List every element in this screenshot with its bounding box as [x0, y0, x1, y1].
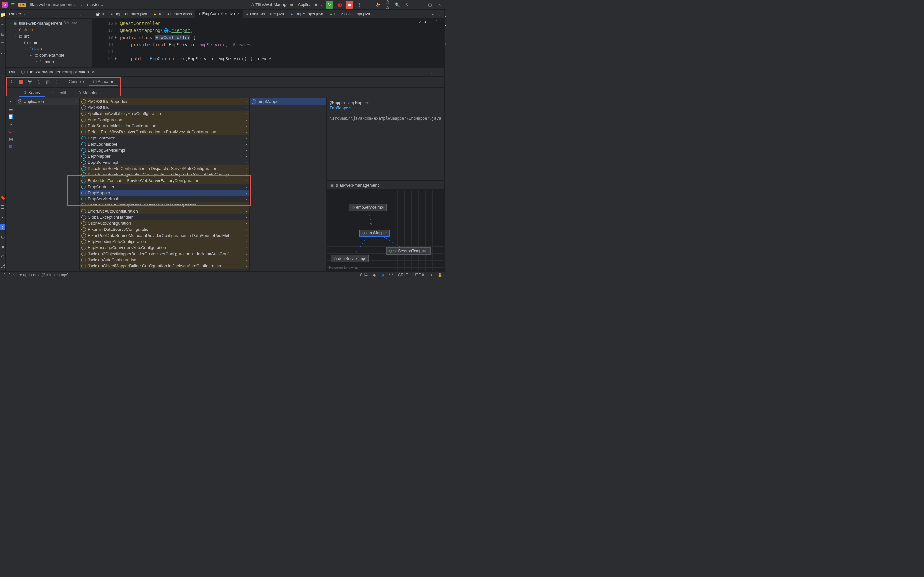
exit-icon[interactable]: ⎘: [35, 79, 43, 85]
beans-list-column[interactable]: AliOSSUtileProperties▸AliOSSUtils▸Applic…: [79, 98, 250, 271]
beans-subtab[interactable]: ⊘Beans: [19, 89, 45, 97]
editor-tab[interactable]: ●DeptController.java: [107, 10, 151, 18]
bean-row[interactable]: EmpMapper▸: [79, 190, 249, 196]
stop-icon[interactable]: [17, 79, 25, 85]
encoding[interactable]: UTF-8: [413, 273, 424, 277]
services-icon[interactable]: ⬡: [1, 235, 5, 240]
bean-row[interactable]: HikariPoolDataSourceMetadataProviderConf…: [79, 232, 249, 239]
git-icon[interactable]: ⎇: [0, 263, 5, 269]
stop-button[interactable]: ◼: [346, 1, 353, 9]
terminal-icon[interactable]: ▣: [1, 244, 5, 250]
editor-tab[interactable]: ●EmpController.java×: [195, 10, 243, 18]
run-button[interactable]: ↻: [326, 1, 333, 9]
debug-button[interactable]: 🐞: [336, 2, 343, 7]
bean-row[interactable]: Auto Configuration▸: [79, 117, 249, 123]
bean-row[interactable]: EnableWebMvcConfiguration in WebMvcAutoC…: [79, 202, 249, 208]
hide-icon[interactable]: —: [85, 11, 89, 16]
rerun-icon[interactable]: ↻: [8, 79, 16, 85]
editor-tab[interactable]: ●LoginController.java: [243, 10, 288, 18]
layout-icon[interactable]: ◫: [44, 79, 52, 85]
indent-icon[interactable]: ⇥: [429, 273, 433, 277]
gradle-icon[interactable]: ▣: [445, 51, 446, 56]
todo-icon[interactable]: ☰: [1, 205, 5, 210]
bean-row[interactable]: GlobalExceptionHandler▸: [79, 214, 249, 220]
close-button[interactable]: ✕: [435, 1, 444, 8]
vcs-icon[interactable]: ⊙: [1, 254, 5, 259]
bean-row[interactable]: AliOSSUtileProperties▸: [79, 98, 249, 105]
settings-icon[interactable]: ⚙: [403, 2, 410, 7]
tabs-more-icon[interactable]: ⋮: [438, 11, 442, 16]
more-icon[interactable]: ⋮: [78, 11, 82, 16]
endpoint-tool-icon[interactable]: ⊞: [1, 31, 5, 37]
bean-row[interactable]: DispatcherServletConfiguration in Dispat…: [79, 165, 249, 171]
bean-row[interactable]: DeptLogMapper▸: [79, 141, 249, 147]
bean-row[interactable]: Jackson2ObjectMapperBuilderCustomizerCon…: [79, 251, 249, 257]
project-name[interactable]: tilias-web-management⌄: [29, 2, 76, 7]
bean-row[interactable]: DefaultErrorViewResolverConfiguration in…: [79, 129, 249, 135]
filter-icon[interactable]: ☰: [9, 107, 13, 112]
tree-icon[interactable]: ⊞: [9, 144, 13, 149]
bean-row[interactable]: DeptMapper▸: [79, 153, 249, 159]
diagram-node[interactable]: ⬡deptServiceImpl: [331, 255, 368, 262]
status-shield-icon[interactable]: 🛡: [389, 273, 393, 277]
bean-row[interactable]: ErrorMvcAutoConfiguration▸: [79, 208, 249, 214]
maven-icon[interactable]: m: [445, 31, 446, 37]
run-config-selector[interactable]: ⬡ TiliasWebManagementApplication ⌄: [250, 2, 323, 7]
branch-name[interactable]: master⌄: [87, 2, 103, 7]
code-editor[interactable]: ✓▲3 ˄˅ 16⊘ 17 18⊘ 19 20 21⊘ @RestControl…: [92, 19, 444, 67]
status-icon[interactable]: ◆: [373, 273, 376, 277]
bean-row[interactable]: EmpServiceImpl▸: [79, 196, 249, 202]
database-icon[interactable]: ⛁: [445, 41, 446, 46]
copy-icon[interactable]: ⎘: [10, 122, 12, 127]
bean-row[interactable]: GsonAutoConfiguration▸: [79, 220, 249, 226]
selected-dependency[interactable]: ⬡empMapper: [250, 98, 326, 105]
bookmarks-icon[interactable]: 🔖: [0, 195, 5, 200]
mappings-subtab[interactable]: ⬡Mappings: [73, 89, 105, 97]
code-with-me-icon[interactable]: ⛹: [375, 2, 381, 7]
maximize-button[interactable]: ▢: [426, 1, 434, 8]
actuator-tab[interactable]: ⬡Actuator: [89, 78, 118, 86]
project-tree[interactable]: ⌄▣tilias-web-managementD:\a-my ›🗀.idea ⌄…: [6, 19, 92, 66]
vcs-branch-icon[interactable]: ⌥: [79, 2, 84, 7]
editor-tab[interactable]: ☕a: [92, 10, 107, 18]
more-icon[interactable]: ⋮: [430, 69, 434, 74]
readonly-icon[interactable]: 🔒: [438, 273, 443, 277]
bean-row[interactable]: HttpMessageConvertersAutoConfiguration▸: [79, 245, 249, 251]
ide-logo[interactable]: IJ: [2, 2, 8, 8]
bean-row[interactable]: DispatcherServletRegistrationConfigurati…: [79, 171, 249, 177]
refresh-icon[interactable]: ↻: [9, 100, 13, 105]
main-menu-icon[interactable]: ☰: [11, 2, 15, 7]
db-icon[interactable]: ▤: [9, 137, 13, 141]
search-icon[interactable]: 🔍: [394, 2, 401, 7]
bean-row[interactable]: EmpController▸: [79, 184, 249, 190]
diagram-node[interactable]: ⬡empMapper: [359, 229, 390, 237]
code-inspection-widget[interactable]: ✓▲3 ˄˅: [418, 20, 441, 24]
bean-row[interactable]: DeptController▸: [79, 135, 249, 141]
tabs-list-icon[interactable]: ⌄: [431, 11, 435, 16]
chart-icon[interactable]: 📊: [8, 114, 13, 119]
bean-row[interactable]: DeptServiceImpl▸: [79, 159, 249, 165]
beans-context-column[interactable]: ⊞application▸: [16, 98, 79, 271]
health-subtab[interactable]: 〰Health: [46, 89, 72, 97]
line-ending[interactable]: CRLF: [398, 273, 408, 277]
bean-row[interactable]: JacksonAutoConfiguration▸: [79, 257, 249, 263]
beans-dependency-column[interactable]: ⬡empMapper: [250, 98, 326, 271]
editor-tab[interactable]: ●RestController.class: [150, 10, 195, 18]
diagram-canvas[interactable]: ⬡empServiceImpl ⬡empMapper ⬡sqlSessionTe…: [326, 190, 444, 271]
minimize-button[interactable]: —: [416, 1, 425, 8]
camera-icon[interactable]: 📷: [26, 79, 34, 85]
commit-tool-icon[interactable]: ◦◦: [1, 22, 5, 27]
more-icon[interactable]: ⋮: [53, 79, 61, 85]
hide-icon[interactable]: —: [437, 69, 441, 74]
notifications-icon[interactable]: 🔔: [445, 12, 446, 17]
run-tool-icon[interactable]: ▷: [0, 224, 5, 230]
editor-tab[interactable]: ●EmpMapper.java: [288, 10, 327, 18]
bean-row[interactable]: JacksonObjectMapperBuilderConfiguration …: [79, 263, 249, 269]
structure-tool-icon[interactable]: ⬚: [1, 41, 5, 46]
bean-row[interactable]: DataSourceInitializationConfiguration▸: [79, 123, 249, 129]
code-icon[interactable]: </>: [8, 129, 14, 134]
project-tool-icon[interactable]: 📁: [0, 12, 5, 17]
status-win-icon[interactable]: ⊞: [381, 273, 384, 277]
bean-row[interactable]: AliOSSUtils▸: [79, 105, 249, 111]
editor-tab[interactable]: ●EmpServiceImpl.java: [327, 10, 373, 18]
